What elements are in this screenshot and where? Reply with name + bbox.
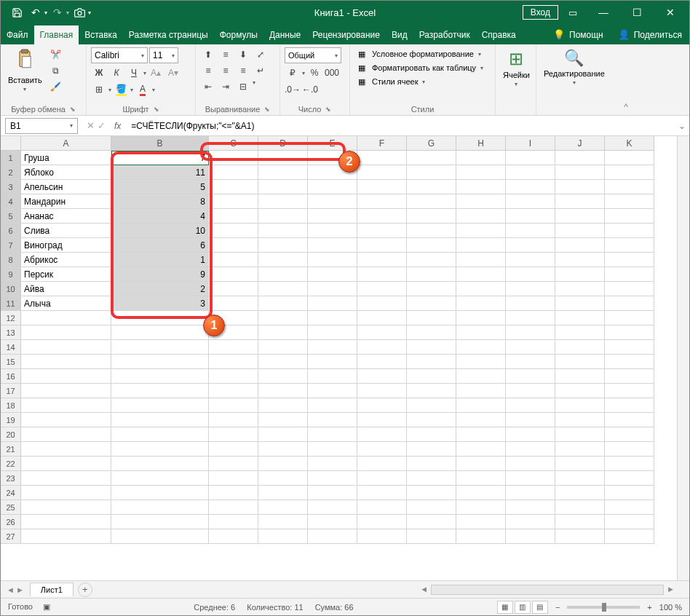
fx-icon[interactable]: fx [110,121,125,131]
cell[interactable]: 9 [111,267,209,282]
cell[interactable] [258,413,308,427]
row-header[interactable]: 4 [1,194,21,209]
tab-view[interactable]: Вид [386,25,413,44]
tab-developer[interactable]: Разработчик [413,25,476,44]
cell[interactable] [605,442,654,457]
enter-formula-icon[interactable]: ✓ [98,120,106,131]
cell[interactable] [308,209,357,224]
column-header[interactable]: B [111,136,209,151]
cell[interactable] [258,224,308,238]
cell[interactable] [209,340,258,355]
row-header[interactable]: 9 [1,267,21,282]
cell[interactable] [407,325,456,340]
cell[interactable] [456,500,506,515]
cell[interactable] [456,384,506,398]
cell[interactable] [555,500,605,515]
cell[interactable] [111,340,209,355]
save-icon[interactable] [8,4,25,21]
cell[interactable] [407,384,456,398]
zoom-in-icon[interactable]: + [647,603,651,612]
cell[interactable] [456,355,506,369]
row-header[interactable]: 10 [1,282,21,296]
cell[interactable] [456,398,506,413]
format-table-button[interactable]: ▦Форматировать как таблицу▾ [354,61,485,74]
cell[interactable] [357,427,407,442]
cell[interactable] [407,355,456,369]
row-header[interactable]: 21 [1,442,21,457]
cell[interactable] [21,355,111,369]
cell[interactable] [21,486,111,500]
cell[interactable]: Мандарин [21,194,111,209]
cell[interactable] [555,355,605,369]
row-header[interactable]: 23 [1,471,21,486]
cell[interactable] [209,486,258,500]
cell[interactable] [605,267,654,282]
cell[interactable] [308,194,357,209]
cell[interactable] [407,267,456,282]
cell[interactable] [407,515,456,529]
tab-review[interactable]: Рецензирование [306,25,386,44]
cell[interactable] [605,413,654,427]
column-header[interactable]: J [555,136,605,151]
align-top-icon[interactable]: ⬆ [200,47,216,62]
cell[interactable] [605,209,654,224]
cell[interactable] [555,282,605,296]
cell[interactable] [555,311,605,325]
cell[interactable] [506,325,555,340]
cell[interactable] [407,442,456,457]
cell[interactable] [605,500,654,515]
indent-increase-icon[interactable]: ⇥ [218,79,234,94]
cell[interactable] [357,296,407,311]
row-header[interactable]: 20 [1,427,21,442]
cell[interactable] [456,151,506,165]
cell[interactable] [209,413,258,427]
cell[interactable] [111,529,209,544]
cell[interactable] [555,194,605,209]
cell[interactable] [456,253,506,267]
cell[interactable] [209,515,258,529]
cell[interactable] [555,209,605,224]
cell[interactable] [308,398,357,413]
row-header[interactable]: 14 [1,340,21,355]
row-header[interactable]: 6 [1,224,21,238]
cell[interactable] [456,224,506,238]
cell[interactable] [357,194,407,209]
increase-decimal-icon[interactable]: .0→ [285,82,301,97]
cell[interactable] [21,500,111,515]
cell[interactable] [111,515,209,529]
cell[interactable] [21,384,111,398]
italic-button[interactable]: К [108,66,124,80]
cell[interactable] [209,238,258,253]
wrap-text-icon[interactable]: ↵ [253,63,269,78]
cell[interactable] [209,151,258,165]
cell[interactable] [308,457,357,471]
cell[interactable]: 7 [111,151,209,165]
row-header[interactable]: 18 [1,398,21,413]
cell[interactable] [456,165,506,180]
cell[interactable] [506,384,555,398]
row-header[interactable]: 16 [1,369,21,384]
cell[interactable]: Груша [21,151,111,165]
tab-data[interactable]: Данные [263,25,306,44]
cell[interactable] [209,427,258,442]
bold-button[interactable]: Ж [91,66,107,80]
cell[interactable] [258,398,308,413]
row-header[interactable]: 17 [1,384,21,398]
cell[interactable] [111,355,209,369]
cell[interactable] [605,238,654,253]
cell[interactable] [555,165,605,180]
zoom-out-icon[interactable]: − [555,603,560,612]
cell[interactable] [456,325,506,340]
cell[interactable] [258,209,308,224]
cell[interactable] [308,369,357,384]
cell[interactable] [555,325,605,340]
cell[interactable]: Виноград [21,238,111,253]
cell[interactable] [506,457,555,471]
cell[interactable] [456,282,506,296]
cell[interactable] [209,209,258,224]
cell[interactable] [407,457,456,471]
cell[interactable] [258,253,308,267]
sheet-next-icon[interactable]: ► [16,585,24,594]
cell[interactable] [456,311,506,325]
cell[interactable] [456,369,506,384]
